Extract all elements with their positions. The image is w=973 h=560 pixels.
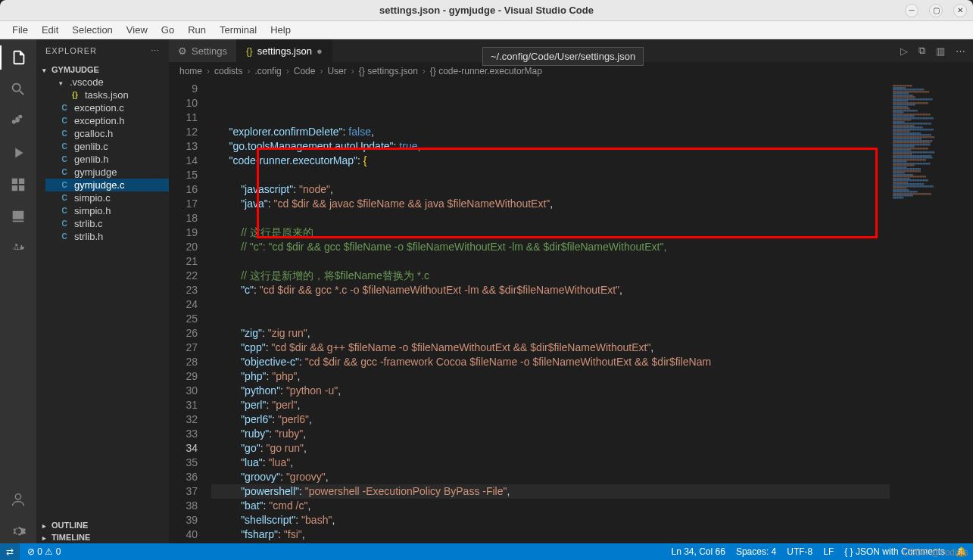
explorer-icon[interactable] (0, 45, 36, 70)
c-file-icon: C (59, 219, 70, 229)
activity-bar (0, 39, 36, 543)
minimize-button[interactable]: ─ (905, 4, 918, 17)
close-tab-icon[interactable]: ● (317, 45, 323, 57)
c-file-icon: C (59, 154, 70, 165)
docker-icon[interactable] (6, 236, 30, 260)
menu-edit[interactable]: Edit (36, 23, 64, 37)
menu-file[interactable]: File (6, 23, 34, 37)
file-exception-h[interactable]: Cexception.h (45, 114, 169, 127)
file-tasks-json[interactable]: {}tasks.json (45, 89, 169, 101)
code-content[interactable]: "explorer.confirmDelete": false, "go.too… (211, 80, 890, 543)
breadcrumb-item[interactable]: codists (214, 66, 242, 76)
tab-settings-json[interactable]: {}settings.json● (237, 39, 332, 62)
menu-view[interactable]: View (120, 23, 154, 37)
file-gymjudge[interactable]: Cgymjudge (45, 166, 169, 179)
c-file-icon: C (59, 142, 70, 152)
settings-gear-icon[interactable] (6, 519, 30, 543)
run-debug-icon[interactable] (6, 141, 30, 165)
tab-settings[interactable]: ⚙Settings (169, 39, 237, 62)
outline-section[interactable]: OUTLINE (36, 519, 169, 531)
json-icon: {} (246, 45, 253, 57)
breadcrumb-item[interactable]: .config (254, 66, 281, 76)
c-file-icon: C (59, 180, 70, 191)
file-simpio-c[interactable]: Csimpio.c (45, 191, 169, 204)
breadcrumb-item[interactable]: {} code-runner.executorMap (430, 66, 542, 76)
menu-selection[interactable]: Selection (66, 23, 118, 37)
svg-point-0 (15, 494, 20, 499)
menu-go[interactable]: Go (155, 23, 180, 37)
titlebar: settings.json - gymjudge - Visual Studio… (0, 0, 973, 21)
cursor-position[interactable]: Ln 34, Col 66 (672, 546, 725, 557)
line-gutter: 9101112131415161718192021222324252627282… (169, 80, 211, 543)
file-genlib-c[interactable]: Cgenlib.c (45, 140, 169, 153)
sidebar: EXPLORER ⋯ GYMJUDGE .vscode {}tasks.json… (36, 39, 169, 543)
account-icon[interactable] (6, 487, 30, 512)
menu-terminal[interactable]: Terminal (214, 23, 263, 37)
breadcrumb-item[interactable]: Code (294, 66, 316, 76)
c-file-icon: C (59, 232, 70, 242)
run-icon[interactable]: ▷ (900, 45, 908, 57)
explorer-title: EXPLORER (45, 46, 97, 55)
project-root[interactable]: GYMJUDGE (36, 64, 169, 76)
remote-icon[interactable] (6, 204, 30, 229)
indent-info[interactable]: Spaces: 4 (736, 546, 776, 557)
encoding-info[interactable]: UTF-8 (787, 546, 812, 557)
editor[interactable]: 9101112131415161718192021222324252627282… (169, 80, 973, 543)
timeline-section[interactable]: TIMELINE (36, 531, 169, 543)
minimap[interactable]: ████████████████████████████████████████… (890, 80, 973, 543)
watermark: CSDN @codists (903, 547, 968, 558)
json-file-icon: {} (70, 90, 80, 101)
search-icon[interactable] (6, 77, 30, 101)
breadcrumb-item[interactable]: User (327, 66, 346, 76)
file-gymjudge-c[interactable]: Cgymjudge.c (45, 179, 169, 191)
c-file-icon: C (59, 167, 70, 178)
menu-help[interactable]: Help (264, 23, 297, 37)
c-file-icon: C (59, 206, 70, 216)
c-file-icon: C (59, 103, 70, 114)
split-icon[interactable]: ⧉ (918, 45, 925, 57)
more-icon[interactable]: ⋯ (956, 45, 965, 57)
c-file-icon: C (59, 129, 70, 139)
menu-run[interactable]: Run (182, 23, 212, 37)
file-strlib-h[interactable]: Cstrlib.h (45, 230, 169, 243)
path-tooltip: ~/.config/Code/User/settings.json (482, 47, 644, 66)
file-gcalloc-h[interactable]: Cgcalloc.h (45, 127, 169, 140)
breadcrumb-item[interactable]: {} settings.json (359, 66, 418, 76)
source-control-icon[interactable] (6, 109, 30, 133)
remote-indicator[interactable]: ⇄ (0, 543, 20, 560)
folder-vscode[interactable]: .vscode (45, 76, 169, 89)
layout-icon[interactable]: ▥ (936, 45, 945, 57)
c-file-icon: C (59, 193, 70, 204)
window-title: settings.json - gymjudge - Visual Studio… (379, 5, 594, 16)
statusbar: ⇄ ⊘ 0 ⚠ 0 Ln 34, Col 66 Spaces: 4 UTF-8 … (0, 543, 973, 560)
file-genlib-h[interactable]: Cgenlib.h (45, 153, 169, 166)
menubar: FileEditSelectionViewGoRunTerminalHelp (0, 21, 973, 39)
extensions-icon[interactable] (6, 173, 30, 197)
eol-info[interactable]: LF (823, 546, 834, 557)
maximize-button[interactable]: ▢ (929, 4, 943, 17)
c-file-icon: C (59, 116, 70, 126)
file-strlib-c[interactable]: Cstrlib.c (45, 217, 169, 230)
errors-count[interactable]: ⊘ 0 ⚠ 0 (27, 546, 61, 557)
file-simpio-h[interactable]: Csimpio.h (45, 204, 169, 217)
close-button[interactable]: ✕ (953, 4, 967, 17)
gear-icon: ⚙ (178, 45, 187, 57)
explorer-more-icon[interactable]: ⋯ (151, 46, 160, 56)
file-exception-c[interactable]: Cexception.c (45, 101, 169, 114)
breadcrumb-item[interactable]: home (179, 66, 202, 76)
